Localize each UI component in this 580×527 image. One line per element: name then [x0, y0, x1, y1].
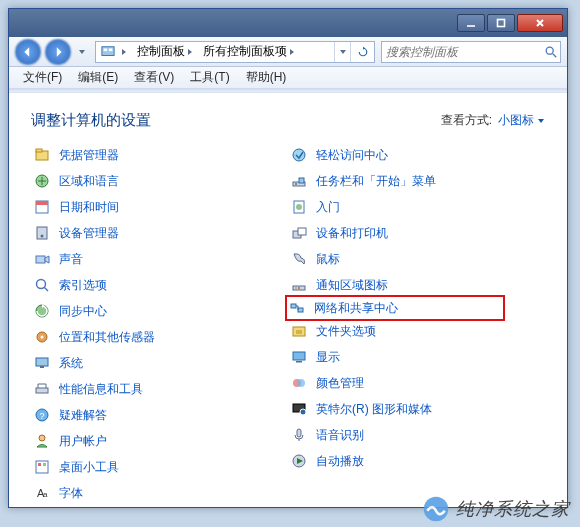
item-icon [290, 224, 308, 242]
search-input[interactable] [382, 45, 541, 59]
search-icon[interactable] [541, 42, 560, 62]
item-icon [33, 250, 51, 268]
item-icon [290, 348, 308, 366]
svg-rect-40 [298, 308, 303, 312]
address-root[interactable] [96, 42, 133, 62]
svg-text:?: ? [39, 411, 44, 421]
menu-file[interactable]: 文件(F) [15, 67, 70, 88]
menu-edit[interactable]: 编辑(E) [70, 67, 126, 88]
item-icon [33, 224, 51, 242]
item-icon: Aa [33, 484, 51, 502]
forward-button[interactable] [45, 39, 71, 65]
item-label: 语音识别 [316, 427, 364, 444]
menu-view[interactable]: 查看(V) [126, 67, 182, 88]
item-icon [33, 146, 51, 164]
control-panel-item[interactable]: 日期和时间 [31, 194, 288, 220]
item-icon [290, 250, 308, 268]
svg-point-47 [300, 409, 306, 415]
view-by-dropdown[interactable]: 小图标 [498, 112, 545, 129]
item-label: 系统 [59, 355, 83, 372]
control-panel-item[interactable]: 语音识别 [288, 422, 545, 448]
svg-rect-0 [498, 20, 505, 27]
item-label: 鼠标 [316, 251, 340, 268]
control-panel-item[interactable]: 声音 [31, 246, 288, 272]
address-seg-control-panel[interactable]: 控制面板 [133, 42, 199, 62]
control-panel-item[interactable]: 鼠标 [288, 246, 545, 272]
address-seg-all-items[interactable]: 所有控制面板项 [199, 42, 301, 62]
chevron-right-icon [287, 48, 297, 56]
history-dropdown[interactable] [75, 42, 89, 62]
item-icon [290, 146, 308, 164]
svg-point-11 [41, 235, 44, 238]
content-area: 调整计算机的设置 查看方式: 小图标 凭据管理器区域和语言日期和时间设备管理器声… [9, 93, 567, 507]
control-panel-item[interactable]: 系统 [31, 350, 288, 376]
item-label: 位置和其他传感器 [59, 329, 155, 346]
control-panel-item[interactable]: 设备和打印机 [288, 220, 545, 246]
minimize-button[interactable] [457, 14, 485, 32]
item-label: 性能信息和工具 [59, 381, 143, 398]
control-panel-item[interactable]: 区域和语言 [31, 168, 288, 194]
menu-bar: 文件(F) 编辑(E) 查看(V) 工具(T) 帮助(H) [9, 67, 567, 89]
maximize-button[interactable] [487, 14, 515, 32]
svg-rect-24 [38, 463, 41, 466]
address-seg-label: 控制面板 [137, 43, 185, 60]
control-panel-item[interactable]: 位置和其他传感器 [31, 324, 288, 350]
control-panel-item[interactable]: 任务栏和「开始」菜单 [288, 168, 545, 194]
svg-rect-35 [298, 228, 306, 235]
control-panel-item[interactable]: 设备管理器 [31, 220, 288, 246]
svg-point-45 [297, 379, 305, 387]
address-bar[interactable]: 控制面板 所有控制面板项 [95, 41, 375, 63]
chevron-right-icon [119, 48, 129, 56]
svg-rect-31 [299, 178, 304, 183]
nav-row: 控制面板 所有控制面板项 [9, 37, 567, 67]
item-icon [290, 452, 308, 470]
control-panel-item[interactable]: 用户帐户 [31, 428, 288, 454]
content-header: 调整计算机的设置 查看方式: 小图标 [31, 111, 545, 130]
item-label: 自动播放 [316, 453, 364, 470]
item-icon [290, 172, 308, 190]
item-label: 显示 [316, 349, 340, 366]
control-panel-item[interactable]: 自动播放 [288, 448, 545, 474]
svg-rect-23 [36, 461, 48, 473]
control-panel-item[interactable]: ?疑难解答 [31, 402, 288, 428]
item-icon [33, 172, 51, 190]
svg-rect-19 [36, 388, 48, 393]
svg-rect-42 [293, 352, 305, 360]
svg-rect-9 [36, 201, 48, 205]
back-button[interactable] [15, 39, 41, 65]
item-icon [290, 400, 308, 418]
item-icon [290, 426, 308, 444]
control-panel-icon [100, 44, 116, 60]
svg-rect-43 [296, 361, 302, 363]
item-label: 颜色管理 [316, 375, 364, 392]
svg-rect-38 [298, 287, 300, 289]
item-icon [290, 374, 308, 392]
menu-help[interactable]: 帮助(H) [238, 67, 295, 88]
svg-rect-6 [36, 149, 42, 152]
svg-point-28 [293, 149, 305, 161]
control-panel-item[interactable]: 索引选项 [31, 272, 288, 298]
close-button[interactable] [517, 14, 563, 32]
address-dropdown[interactable] [334, 42, 350, 62]
control-panel-item[interactable]: 性能信息和工具 [31, 376, 288, 402]
control-panel-item[interactable]: 凭据管理器 [31, 142, 288, 168]
control-panel-item[interactable]: Aa字体 [31, 480, 288, 506]
right-column: 轻松访问中心任务栏和「开始」菜单入门设备和打印机鼠标通知区域图标网络和共享中心文… [288, 142, 545, 506]
control-panel-item[interactable]: 文件夹选项 [288, 318, 545, 344]
item-icon [33, 198, 51, 216]
control-panel-item[interactable]: 显示 [288, 344, 545, 370]
item-icon [33, 354, 51, 372]
control-panel-item[interactable]: 颜色管理 [288, 370, 545, 396]
explorer-window: 控制面板 所有控制面板项 文件(F) 编辑(E) 查看(V) 工具(T) 帮助(… [8, 8, 568, 508]
control-panel-item[interactable]: 英特尔(R) 图形和媒体 [288, 396, 545, 422]
item-label: 区域和语言 [59, 173, 119, 190]
menu-tools[interactable]: 工具(T) [182, 67, 237, 88]
refresh-button[interactable] [350, 42, 374, 62]
control-panel-item[interactable]: 桌面小工具 [31, 454, 288, 480]
item-icon [33, 276, 51, 294]
control-panel-item[interactable]: 同步中心 [31, 298, 288, 324]
control-panel-item[interactable]: 轻松访问中心 [288, 142, 545, 168]
control-panel-item[interactable]: 入门 [288, 194, 545, 220]
search-box[interactable] [381, 41, 561, 63]
view-by: 查看方式: 小图标 [441, 112, 545, 129]
